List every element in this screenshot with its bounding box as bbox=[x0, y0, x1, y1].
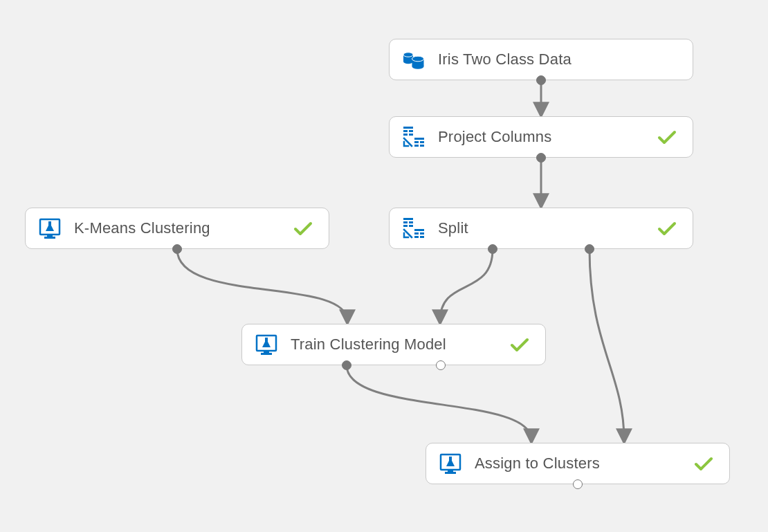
svg-rect-24 bbox=[403, 225, 408, 227]
node-label: Split bbox=[438, 219, 654, 237]
dataset-icon bbox=[402, 48, 426, 71]
experiment-icon bbox=[439, 452, 462, 475]
status-checkmark-icon bbox=[654, 217, 677, 240]
svg-rect-13 bbox=[414, 138, 424, 140]
node-label: K-Means Clustering bbox=[74, 219, 290, 237]
svg-rect-17 bbox=[420, 145, 424, 147]
svg-rect-20 bbox=[44, 237, 55, 239]
svg-rect-27 bbox=[414, 232, 419, 235]
experiment-icon bbox=[255, 333, 278, 356]
node-k-means-clustering[interactable]: K-Means Clustering bbox=[25, 208, 329, 249]
svg-rect-25 bbox=[409, 225, 413, 227]
svg-rect-23 bbox=[409, 221, 413, 223]
svg-point-5 bbox=[412, 64, 424, 69]
svg-rect-10 bbox=[409, 130, 413, 132]
svg-rect-9 bbox=[403, 130, 408, 132]
svg-rect-21 bbox=[403, 218, 413, 220]
svg-rect-26 bbox=[414, 229, 424, 231]
experiment-canvas[interactable]: Iris Two Class Data bbox=[0, 0, 768, 532]
svg-rect-14 bbox=[414, 141, 419, 143]
svg-rect-28 bbox=[420, 232, 424, 235]
node-train-clustering-model[interactable]: Train Clustering Model bbox=[241, 324, 546, 365]
svg-rect-16 bbox=[414, 145, 419, 147]
svg-rect-8 bbox=[403, 127, 413, 129]
node-assign-to-clusters[interactable]: Assign to Clusters bbox=[426, 443, 730, 484]
status-checkmark-icon bbox=[654, 125, 677, 149]
status-checkmark-icon bbox=[290, 217, 313, 240]
node-split[interactable]: Split bbox=[389, 208, 693, 249]
node-label: Project Columns bbox=[438, 128, 654, 146]
svg-rect-12 bbox=[409, 134, 413, 136]
svg-rect-36 bbox=[445, 472, 456, 474]
svg-rect-11 bbox=[403, 134, 408, 136]
svg-rect-29 bbox=[414, 236, 419, 238]
experiment-icon bbox=[38, 217, 62, 240]
svg-point-2 bbox=[403, 59, 413, 64]
status-checkmark-icon bbox=[506, 333, 530, 356]
status-checkmark-icon bbox=[691, 452, 714, 475]
node-label: Assign to Clusters bbox=[475, 455, 691, 473]
svg-rect-30 bbox=[420, 236, 424, 238]
svg-rect-22 bbox=[403, 221, 408, 223]
node-project-columns[interactable]: Project Columns bbox=[389, 116, 693, 158]
columns-icon bbox=[402, 217, 426, 240]
node-label: Train Clustering Model bbox=[291, 336, 506, 354]
columns-icon bbox=[402, 125, 426, 149]
svg-rect-33 bbox=[261, 353, 272, 355]
node-iris-two-class-data[interactable]: Iris Two Class Data bbox=[389, 39, 693, 80]
node-label: Iris Two Class Data bbox=[438, 51, 677, 68]
svg-rect-15 bbox=[420, 141, 424, 143]
